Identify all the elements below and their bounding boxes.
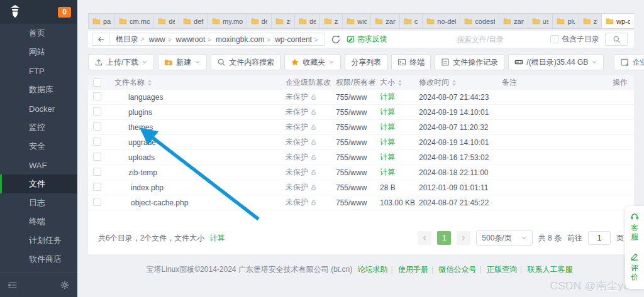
file-tab[interactable]: zanzh [370, 13, 399, 29]
back-button[interactable] [92, 33, 109, 45]
refresh-icon[interactable] [331, 35, 341, 45]
file-tab[interactable]: dem [294, 13, 320, 29]
permission-owner[interactable]: 755/www [336, 138, 380, 147]
message-badge[interactable]: 0 [58, 7, 71, 18]
per-page-select[interactable]: 500条/页 [476, 230, 532, 246]
footer-link[interactable]: 论坛求助 [358, 265, 388, 274]
breadcrumb-link[interactable]: moxingbk.com [216, 35, 264, 44]
sidebar-item-site[interactable]: 网站 [0, 43, 77, 62]
calc-size-link[interactable]: 计算 [209, 233, 225, 244]
row-checkbox[interactable] [93, 92, 101, 100]
file-name-cell[interactable]: zib-temp [114, 168, 286, 177]
file-tab[interactable]: plugi [552, 13, 579, 29]
permission-owner[interactable]: 755/www [336, 153, 380, 162]
file-size[interactable]: 103.00 KB [380, 198, 419, 207]
file-size[interactable]: 计算 [380, 107, 419, 117]
row-checkbox[interactable] [93, 122, 101, 131]
collapse-sidebar-icon[interactable] [8, 280, 18, 290]
file-tab[interactable]: zibl [271, 13, 294, 29]
file-name-cell[interactable]: uploads [114, 153, 286, 162]
next-page-button[interactable] [457, 231, 470, 245]
row-checkbox[interactable] [93, 138, 101, 146]
sidebar-item-files[interactable]: 文件 [0, 175, 77, 193]
file-tab[interactable]: zibl [319, 13, 343, 29]
file-size[interactable]: 计算 [380, 92, 419, 102]
new-button[interactable]: 新建 [158, 54, 207, 70]
file-tab[interactable]: defaul [179, 13, 208, 29]
file-name-cell[interactable]: themes [114, 123, 286, 132]
prev-page-button[interactable] [418, 231, 431, 245]
share-list-button[interactable]: 分享列表 [345, 54, 387, 70]
footer-link[interactable]: 使用手册 [398, 265, 428, 274]
file-tab[interactable]: codestar-fr [460, 13, 499, 29]
row-checkbox[interactable] [93, 107, 101, 116]
file-size[interactable]: 28 B [380, 183, 419, 192]
upload-download-button[interactable]: 上传/下载 [88, 54, 154, 70]
customer-service-button[interactable]: 客服 [630, 212, 640, 241]
search-button[interactable] [605, 33, 628, 46]
breadcrumb-link[interactable]: wp-content [275, 35, 312, 44]
file-name-cell[interactable]: index.php [114, 183, 286, 192]
file-name-cell[interactable]: plugins [114, 108, 286, 117]
favorites-button[interactable]: 收藏夹 [284, 54, 341, 70]
breadcrumb-link[interactable]: wwwroot [176, 35, 206, 44]
sidebar-item-appstore[interactable]: 软件商店 [0, 250, 77, 269]
file-tab[interactable]: dem [247, 13, 272, 29]
permission-owner[interactable]: 755/www [336, 183, 380, 192]
tamper-proof-button[interactable]: 企业级防篡改 [614, 54, 644, 70]
col-size[interactable]: 大小 [380, 77, 419, 88]
file-tab[interactable]: no-debug- [422, 13, 460, 29]
sidebar-item-waf[interactable]: WAF [0, 156, 77, 175]
col-name[interactable]: 文件名称 [114, 77, 286, 88]
file-tab[interactable]: page [88, 13, 115, 29]
file-tab[interactable]: my.moxing [208, 13, 247, 29]
file-tab[interactable]: dem [153, 13, 179, 29]
sidebar-item-home[interactable]: 首页 [0, 24, 77, 43]
permission-owner[interactable]: 755/www [336, 108, 380, 117]
file-tab[interactable]: wp-cont [601, 13, 634, 29]
file-tab[interactable]: widge [342, 13, 371, 29]
sidebar-item-docker[interactable]: Docker [0, 99, 77, 118]
file-tab[interactable]: css [399, 13, 423, 29]
feedback-button[interactable]: 需求反馈 [347, 34, 387, 45]
file-name-cell[interactable]: object-cache.php [114, 198, 286, 207]
file-size[interactable]: 计算 [380, 137, 419, 148]
footer-link[interactable]: 微信公众号 [438, 265, 476, 274]
file-tab[interactable]: cm.moxing [114, 13, 154, 29]
select-all-checkbox[interactable] [93, 78, 101, 87]
row-checkbox[interactable] [93, 198, 101, 206]
rate-button[interactable]: 评价 [630, 252, 640, 281]
row-checkbox[interactable] [93, 168, 101, 176]
row-checkbox[interactable] [93, 183, 101, 191]
col-mtime[interactable]: 修改时间 [419, 77, 502, 88]
file-size[interactable]: 计算 [380, 152, 419, 163]
sidebar-item-monitor[interactable]: 监控 [0, 118, 77, 137]
goto-page-input[interactable] [588, 231, 611, 245]
file-name-cell[interactable]: upgrade [114, 138, 286, 147]
footer-link[interactable]: 正版查询 [487, 265, 517, 274]
file-name-cell[interactable]: languages [114, 93, 286, 102]
terminal-button[interactable]: 终端 [391, 54, 431, 70]
disk-select-button[interactable]: /(根目录)35.44 GB [508, 54, 604, 70]
file-log-button[interactable]: 文件操作记录 [435, 54, 504, 70]
sidebar-item-terminal[interactable]: 终端 [0, 212, 77, 231]
row-checkbox[interactable] [93, 153, 101, 161]
file-size[interactable]: 计算 [380, 167, 419, 178]
file-tab[interactable]: zibl [579, 13, 602, 29]
sidebar-item-cron[interactable]: 计划任务 [0, 231, 77, 250]
permission-owner[interactable]: 755/www [336, 123, 380, 132]
sidebar-item-security[interactable]: 安全 [0, 137, 77, 156]
current-page-button[interactable]: 1 [437, 231, 451, 245]
include-subdir-checkbox[interactable] [550, 35, 558, 43]
footer-link[interactable]: 联系人工客服 [527, 265, 572, 274]
breadcrumb-link[interactable]: www [149, 35, 165, 44]
sidebar-item-database[interactable]: 数据库 [0, 80, 77, 99]
file-size[interactable]: 计算 [380, 122, 419, 132]
file-tab[interactable]: user [528, 13, 553, 29]
content-search-button[interactable]: 文件内容搜索 [211, 54, 280, 70]
sidebar-item-ftp[interactable]: FTP [0, 62, 77, 80]
permission-owner[interactable]: 755/www [336, 198, 380, 207]
breadcrumb-link[interactable]: 根目录 [116, 35, 138, 43]
sidebar-item-logs[interactable]: 日志 [0, 193, 77, 212]
gear-icon[interactable] [60, 280, 70, 290]
